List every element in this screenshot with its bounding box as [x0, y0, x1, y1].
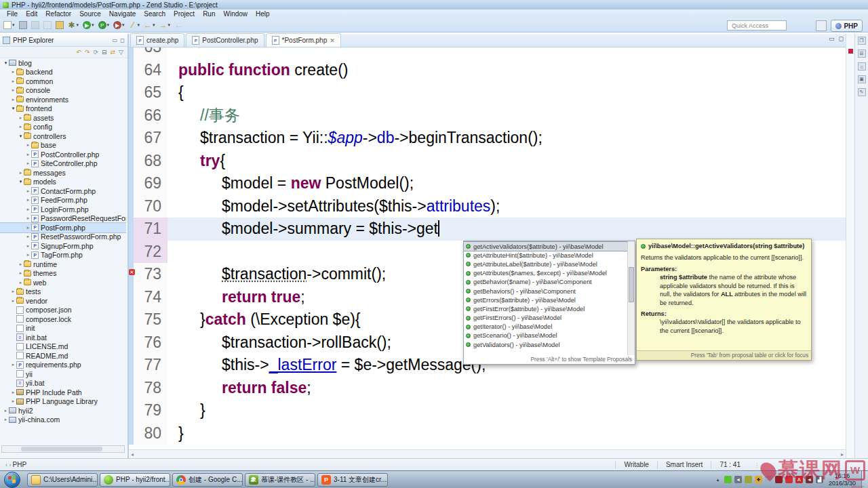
tree-expand-icon[interactable]: ▸ [10, 298, 16, 304]
menu-edit[interactable]: Edit [22, 10, 41, 18]
tray-olive-icon[interactable] [745, 476, 752, 483]
code-line-63[interactable]: 63 [129, 47, 846, 59]
print-icon[interactable] [43, 21, 52, 29]
tree-item-postform-php[interactable]: ▸PPostForm.php [0, 223, 126, 232]
close-tab-icon[interactable]: ✕ [330, 37, 335, 44]
tree-item-license-md[interactable]: LICENSE.md [0, 342, 126, 352]
maximize-editor-icon[interactable]: ◻ [839, 35, 844, 42]
search-wand-icon[interactable]: ⁄▾ [129, 21, 140, 29]
tree-horizontal-scrollbar[interactable] [1, 445, 125, 453]
tree-expand-icon[interactable]: ▸ [18, 115, 24, 121]
completion-item[interactable]: getActiveValidators($attribute) - yii\ba… [464, 242, 635, 251]
import-folder-icon[interactable] [56, 21, 64, 29]
minimize-view-icon[interactable]: ▭ [113, 37, 118, 43]
completion-item[interactable]: getFirstError($attribute) - yii\base\Mod… [464, 304, 635, 313]
tree-expand-icon[interactable]: ▸ [25, 142, 31, 148]
back-icon[interactable]: ←▾ [144, 21, 155, 29]
view-menu-icon[interactable]: ▽ [119, 49, 123, 56]
tree-expand-icon[interactable]: ▸ [18, 270, 24, 276]
tree-expand-icon[interactable]: ▸ [25, 207, 31, 212]
editor-tab-postcontroller-php[interactable]: PPostController.php [186, 33, 264, 47]
editor-horizontal-scrollbar[interactable]: ◂ ▸ [129, 449, 846, 458]
tree-item-php-language-library[interactable]: ▸PHP Language Library [0, 397, 126, 407]
tree-item-messages[interactable]: ▸messages [0, 168, 126, 178]
quick-access-input[interactable]: Quick Access [727, 20, 787, 30]
tree-item-config[interactable]: ▸config [0, 123, 126, 132]
tree-item-environments[interactable]: ▸environments [0, 95, 126, 104]
tree-expand-icon[interactable]: ▸ [10, 69, 16, 75]
taskbar-button-zend[interactable]: PHP - hyii2/front... [100, 473, 170, 487]
type-hierarchy-icon[interactable]: ⌂ [858, 62, 866, 70]
volume-icon[interactable]: ◄ [734, 476, 742, 483]
tree-item-frontend[interactable]: ▾frontend [0, 104, 126, 114]
tree-item-vendor[interactable]: ▸vendor [0, 296, 126, 306]
tree-item-yii-china-com[interactable]: ▸yii-china.com [0, 415, 126, 425]
tree-expand-icon[interactable]: ▸ [25, 216, 31, 221]
menu-search[interactable]: Search [140, 10, 170, 18]
title-bar[interactable]: PHP - hyii2/frontend/models/PostForm.php… [0, 0, 868, 9]
completion-item[interactable]: getAttributes($names, $except) - yii\bas… [464, 269, 635, 278]
tree-item-loginform-php[interactable]: ▸PLoginForm.php [0, 205, 126, 214]
tree-item-backend[interactable]: ▸backend [0, 68, 126, 77]
fast-view-icons[interactable]: ‹ › [5, 462, 12, 468]
editor-tab--postform-php[interactable]: P*PostForm.php✕ [266, 33, 341, 47]
profile-icon[interactable]: P▾ [98, 21, 110, 29]
error-marker-icon[interactable]: ✕ [129, 269, 135, 275]
last-edit-icon[interactable]: ← [174, 21, 182, 29]
menu-refactor[interactable]: Refactor [41, 10, 75, 18]
save-icon[interactable] [19, 21, 27, 29]
taskbar-clock[interactable]: 16:16 2016/3/30 [829, 472, 856, 487]
tree-expand-icon[interactable]: ▸ [10, 399, 16, 404]
collapse-all-icon[interactable]: ⊟ [102, 49, 107, 56]
menu-navigate[interactable]: Navigate [105, 10, 140, 18]
code-line-68[interactable]: 68try{ [129, 150, 846, 173]
taskbar-button-wps[interactable]: P3-11 文章创建cr... [317, 473, 388, 487]
tree-expand-icon[interactable]: ▸ [25, 197, 31, 203]
tree-item-requirements-php[interactable]: ▸Prequirements.php [0, 361, 126, 370]
tree-item-console[interactable]: ▸console [0, 86, 126, 96]
tree-expand-icon[interactable]: ▸ [3, 417, 9, 422]
tree-item-blog[interactable]: ▾blog [0, 58, 126, 68]
input-method-icon[interactable]: A [795, 476, 803, 483]
open-perspective-icon[interactable] [816, 20, 827, 31]
tree-expand-icon[interactable]: ▸ [18, 280, 24, 285]
forward-icon[interactable]: →▾ [159, 21, 171, 29]
tree-item-tagform-php[interactable]: ▸PTagForm.php [0, 251, 126, 260]
completion-scrollbar[interactable] [627, 241, 635, 355]
tray-red2-icon[interactable] [785, 476, 793, 483]
tree-item-passwordresetrequestform-ph[interactable]: ▸PPasswordResetRequestForm.ph [0, 214, 126, 224]
tree-item-composer-json[interactable]: composer.json [0, 306, 126, 315]
minimize-editor-icon[interactable]: ▭ [829, 35, 835, 42]
tree-expand-icon[interactable]: ▸ [10, 390, 16, 395]
tree-expand-icon[interactable]: ▾ [10, 106, 16, 111]
tree-expand-icon[interactable]: ▸ [10, 79, 16, 84]
code-line-64[interactable]: 64public function create() [129, 59, 846, 82]
code-line-71[interactable]: 71$model->summary = $this->get [129, 218, 846, 241]
completion-item[interactable]: getAttributeLabel($attribute) - yii\base… [464, 260, 635, 268]
tray-app-green-icon[interactable] [724, 476, 732, 483]
overview-ruler[interactable]: ▲ [846, 34, 854, 458]
cloud-sync-icon[interactable] [765, 476, 772, 483]
tree-item-yii[interactable]: yii [0, 369, 126, 379]
menu-run[interactable]: Run [199, 10, 219, 18]
code-line-78[interactable]: 78return false; [129, 377, 846, 400]
menu-file[interactable]: File [3, 10, 22, 18]
outline-view-icon[interactable]: ☰ [858, 49, 866, 58]
taskbar-button-evernote[interactable]: 象慕课-课件教区 - ... [245, 473, 315, 487]
menu-help[interactable]: Help [252, 10, 274, 18]
tree-expand-icon[interactable]: ▸ [25, 225, 31, 230]
new-wizard-icon[interactable]: ▾ [3, 21, 15, 29]
network-icon[interactable]: ▟ [816, 476, 823, 483]
snippets-view-icon[interactable]: ✎ [858, 88, 866, 96]
run-external-icon[interactable]: ▶▾ [113, 21, 125, 29]
tree-expand-icon[interactable]: ▸ [25, 188, 31, 194]
php-perspective-button[interactable]: PHP [831, 20, 863, 32]
completion-item[interactable]: getErrors($attribute) - yii\base\Model [464, 296, 635, 304]
tree-item-postcontroller-php[interactable]: ▸PPostController.php [0, 150, 126, 159]
tree-item-contactform-php[interactable]: ▸PContactForm.php [0, 186, 126, 196]
tree-expand-icon[interactable]: ▸ [3, 408, 9, 413]
tree-item-runtime[interactable]: ▸runtime [0, 260, 126, 269]
tree-expand-icon[interactable]: ▸ [18, 124, 24, 129]
code-line-65[interactable]: 65{ [129, 81, 846, 104]
completion-item[interactable]: getFirstErrors() - yii\base\Model [464, 314, 635, 323]
